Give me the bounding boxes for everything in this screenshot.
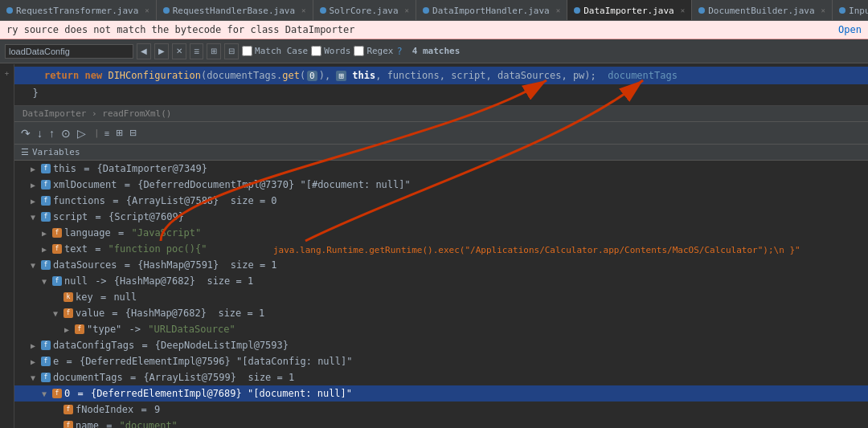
var-text[interactable]: ▶ f text = "function poc(){" [14, 241, 868, 257]
warning-bar: ry source does not match the bytecode fo… [0, 21, 868, 39]
strip-plus-button[interactable]: + [4, 67, 10, 79]
close-icon[interactable]: ✕ [556, 6, 560, 14]
expand-arrow: ▼ [42, 389, 50, 398]
var-language[interactable]: ▶ f language = "JavaScript" [14, 225, 868, 241]
frames-button[interactable]: ≡ [103, 127, 111, 140]
variables-icon: ☰ [21, 147, 29, 157]
settings-button[interactable]: ⊟ [128, 126, 138, 140]
tab-dataimporter[interactable]: DataImporter.java ✕ [567, 0, 692, 21]
tab-documentbuilder[interactable]: DocumentBuilder.java ✕ [692, 0, 833, 21]
tab-inputsource[interactable]: InputSource.java ✕ [833, 0, 868, 21]
field-icon: f [41, 212, 51, 222]
close-icon[interactable]: ✕ [301, 6, 305, 14]
left-sidebar-strip: + [0, 64, 14, 428]
var-documenttags[interactable]: ▼ f documentTags = {ArrayList@7599} size… [14, 369, 868, 385]
main-content: return new DIHConfiguration(documentTags… [14, 63, 868, 428]
expand-arrow: ▼ [42, 277, 50, 286]
field-icon: f [63, 421, 73, 428]
nav-close-button[interactable]: ✕ [172, 43, 186, 59]
close-icon[interactable]: ✕ [821, 6, 825, 14]
close-icon[interactable]: ✕ [405, 6, 409, 14]
tab-label: DataImporter.java [583, 6, 674, 16]
tab-requesthandlerbase[interactable]: RequestHandlerBase.java ✕ [157, 0, 313, 21]
tab-solrcore[interactable]: SolrCore.java ✕ [313, 0, 417, 21]
expand-arrow: ▼ [31, 213, 39, 222]
tab-bar: RequestTransformer.java ✕ RequestHandler… [0, 0, 868, 21]
help-label[interactable]: ? [397, 46, 403, 57]
expand-arrow: ▶ [31, 357, 39, 366]
var-e[interactable]: ▶ f e = {DeferredElementImpl@7596} "[dat… [14, 353, 868, 369]
nav-next-button[interactable]: ▶ [154, 43, 169, 59]
nav-prev-button[interactable]: ◀ [137, 43, 151, 59]
close-icon[interactable]: ✕ [681, 6, 685, 14]
var-functions[interactable]: ▶ f functions = {ArrayList@7588} size = … [14, 193, 868, 209]
tab-dot [163, 7, 170, 14]
layout-button[interactable]: ⊞ [114, 126, 125, 140]
field-icon: f [41, 340, 51, 350]
tab-dot [839, 7, 845, 14]
evaluate-button[interactable]: ▷ [76, 125, 88, 141]
var-null-map[interactable]: ▼ f null -> {HashMap@7682} size = 1 [14, 273, 868, 289]
var-datasources[interactable]: ▼ f dataSources = {HashMap@7591} size = … [14, 257, 868, 273]
nav-funnel-button[interactable]: ⊟ [224, 43, 239, 59]
tab-dataimporthandler[interactable]: DataImportHandler.java ✕ [416, 0, 567, 21]
field-icon: f [52, 228, 62, 238]
match-case-checkbox[interactable]: Match Case [242, 46, 308, 56]
var-this[interactable]: ▶ f this = {DataImporter@7349} [14, 161, 868, 177]
code-line-2: } [14, 84, 868, 102]
field-icon: f [63, 405, 73, 414]
expand-arrow: ▶ [31, 197, 39, 206]
step-out-button[interactable]: ↑ [47, 125, 56, 141]
var-value[interactable]: ▼ f value = {HashMap@7682} size = 1 [14, 305, 868, 321]
regex-checkbox[interactable]: Regex [354, 46, 393, 56]
field-icon: f [52, 276, 62, 286]
nav-settings-button[interactable]: ≡ [190, 43, 203, 59]
toolbar-sep: | [94, 128, 100, 138]
breadcrumb-class: DataImporter [23, 108, 86, 119]
panel-title: ☰ Variables [14, 145, 868, 161]
expand-arrow: ▼ [31, 261, 39, 270]
nav-filter-button[interactable]: ⊞ [207, 43, 221, 59]
variables-label: Variables [32, 147, 80, 157]
field-icon: f [41, 373, 51, 382]
var-name[interactable]: f name = "document" [14, 418, 868, 428]
open-button[interactable]: Open [838, 24, 862, 35]
step-into-button[interactable]: ↓ [35, 125, 44, 141]
field-icon: f [52, 244, 62, 254]
expand-arrow: ▼ [53, 309, 61, 318]
tab-dot [698, 7, 705, 14]
expand-arrow: ▶ [31, 181, 39, 190]
tab-dot [423, 7, 429, 14]
tab-dot [6, 7, 13, 14]
var-fnodeindex[interactable]: f fNodeIndex = 9 [14, 402, 868, 418]
expand-arrow: ▶ [42, 245, 50, 254]
variables-panel: ☰ Variables ▶ f this = {DataImporter@734… [14, 145, 868, 428]
tab-dot [320, 7, 326, 14]
tab-label: RequestTransformer.java [16, 6, 138, 16]
tab-label: RequestHandlerBase.java [173, 6, 295, 16]
expand-arrow: ▶ [64, 325, 72, 334]
var-documenttags-0[interactable]: ▼ f 0 = {DeferredElementImpl@7689} "[doc… [14, 385, 868, 402]
code-area: return new DIHConfiguration(documentTags… [14, 63, 868, 106]
expand-arrow [53, 406, 61, 414]
var-type[interactable]: ▶ f "type" -> "URLDataSource" [14, 321, 868, 337]
tab-requesttransformer[interactable]: RequestTransformer.java ✕ [0, 0, 157, 21]
search-input[interactable] [5, 44, 133, 59]
expand-arrow: ▼ [31, 373, 39, 382]
close-icon[interactable]: ✕ [145, 6, 149, 14]
field-icon: f [75, 324, 84, 334]
var-dataconfigtags[interactable]: ▶ f dataConfigTags = {DeepNodeListImpl@7… [14, 337, 868, 353]
field-icon: f [41, 196, 51, 206]
expand-arrow: ▶ [42, 229, 50, 238]
step-over-button[interactable]: ↷ [19, 125, 32, 141]
var-xmldocument[interactable]: ▶ f xmlDocument = {DeferredDocumentImpl@… [14, 177, 868, 193]
warning-text: ry source does not match the bytecode fo… [6, 24, 354, 35]
field-icon: f [41, 260, 51, 270]
var-key[interactable]: k key = null [14, 289, 868, 305]
code-line-1: return new DIHConfiguration(documentTags… [14, 67, 868, 84]
expand-arrow [53, 422, 61, 429]
words-checkbox[interactable]: Words [311, 46, 350, 56]
tab-label: DataImportHandler.java [432, 6, 550, 16]
run-to-cursor-button[interactable]: ⊙ [59, 125, 72, 141]
var-script[interactable]: ▼ f script = {Script@7609} [14, 209, 868, 225]
